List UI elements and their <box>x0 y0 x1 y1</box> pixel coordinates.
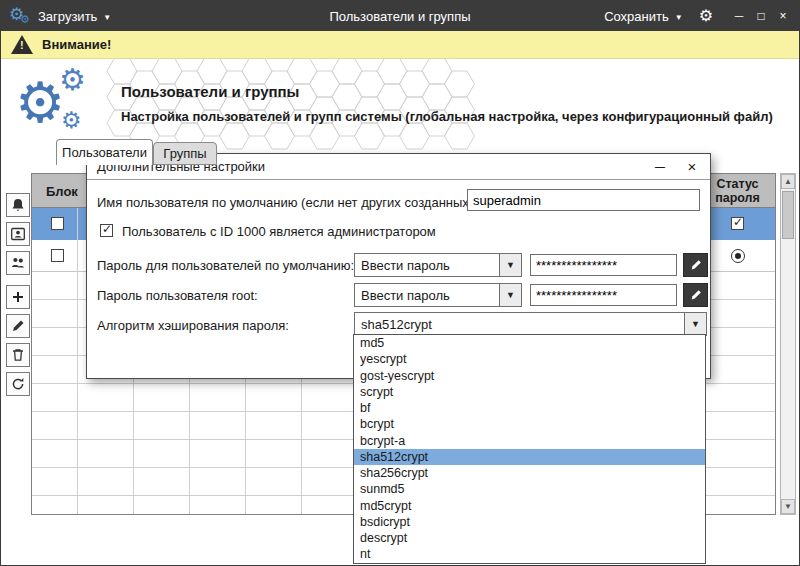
users-group-icon <box>10 255 26 271</box>
hash-option[interactable]: yescrypt <box>354 351 705 367</box>
block-checkbox[interactable] <box>51 217 64 230</box>
edit-default-password-button[interactable] <box>683 253 708 277</box>
dialog-minimize-button[interactable]: ─ <box>646 155 674 178</box>
window-controls: ─ □ × <box>729 6 793 26</box>
app-logo-gears-icon: ⚙ ⚙ ⚙ <box>15 67 97 149</box>
hash-algorithm-label: Алгоритм хэширования пароля: <box>97 318 289 333</box>
chevron-down-icon: ▼ <box>499 254 521 276</box>
plus-icon <box>10 289 26 305</box>
hash-algorithm-select[interactable]: sha512crypt ▼ <box>354 312 707 336</box>
tab-groups-label: Группы <box>163 146 206 161</box>
root-password-label: Пароль пользователя root: <box>97 288 258 303</box>
chevron-down-icon: ▼ <box>684 313 706 335</box>
hash-option[interactable]: sunmd5 <box>354 481 705 497</box>
page-subtitle: Настройка пользователей и групп системы … <box>121 109 773 124</box>
titlebar: Пользователи и группы ⚙ ⚙ Загрузить ▼ Со… <box>1 1 799 31</box>
table-scrollbar[interactable]: ▲ ▼ <box>780 173 796 515</box>
scrollbar-thumb[interactable] <box>782 191 794 239</box>
save-button[interactable]: Сохранить ▼ <box>604 9 683 24</box>
delete-user-button[interactable] <box>6 343 30 367</box>
dialog-close-button[interactable]: × <box>678 155 706 178</box>
hash-option[interactable]: bcrypt <box>354 416 705 432</box>
tab-groups[interactable]: Группы <box>153 142 217 165</box>
root-password-method-select[interactable]: Ввести пароль ▼ <box>354 283 522 307</box>
maximize-button[interactable]: □ <box>751 6 771 26</box>
add-user-button[interactable] <box>6 285 30 309</box>
root-password-input[interactable] <box>530 284 677 306</box>
tab-users[interactable]: Пользователи <box>56 139 153 165</box>
default-password-label: Пароль для пользователей по умолчанию: <box>97 258 354 273</box>
default-password-method-select[interactable]: Ввести пароль ▼ <box>354 253 522 277</box>
grid-vline <box>77 208 78 514</box>
scroll-up-button[interactable]: ▲ <box>781 174 795 189</box>
app-gears-icon: ⚙ ⚙ <box>9 5 31 27</box>
hash-option[interactable]: bsdicrypt <box>354 514 705 530</box>
user-badge-icon <box>10 226 26 242</box>
user-account-button[interactable] <box>6 222 30 246</box>
default-username-input[interactable] <box>467 189 700 211</box>
hash-option[interactable]: sha256crypt <box>354 465 705 481</box>
edit-user-button[interactable] <box>6 314 30 338</box>
app-window: Пользователи и группы ⚙ ⚙ Загрузить ▼ Со… <box>0 0 800 566</box>
hash-option[interactable]: md5crypt <box>354 498 705 514</box>
hash-option[interactable]: sha512crypt <box>354 449 705 465</box>
password-status-checkbox[interactable] <box>731 217 744 230</box>
hash-option[interactable]: nt <box>354 546 705 562</box>
pencil-icon <box>10 318 26 334</box>
bell-icon <box>10 197 26 213</box>
chevron-down-icon: ▼ <box>499 284 521 306</box>
refresh-icon <box>10 376 26 392</box>
default-password-input[interactable] <box>530 254 677 276</box>
hash-option[interactable]: gost-yescrypt <box>354 368 705 384</box>
column-header-password-status: Статус пароля <box>701 174 774 208</box>
default-username-label: Имя пользователя по умолчанию (если нет … <box>97 195 477 210</box>
pencil-icon <box>689 288 703 302</box>
admin-id1000-checkbox[interactable] <box>100 224 113 237</box>
trash-icon <box>10 347 26 363</box>
column-header-block: Блок <box>46 174 78 208</box>
load-button-label: Загрузить <box>38 9 97 24</box>
page-title: Пользователи и группы <box>121 83 299 100</box>
hash-option[interactable]: descrypt <box>354 530 705 546</box>
hash-option[interactable]: bcrypt-a <box>354 433 705 449</box>
warning-banner: Внимание! <box>1 31 799 59</box>
scroll-down-button[interactable]: ▼ <box>781 499 795 514</box>
notifications-button[interactable] <box>6 193 30 217</box>
settings-gear-icon[interactable]: ⚙ <box>699 8 713 24</box>
groups-button[interactable] <box>6 251 30 275</box>
chevron-down-icon: ▼ <box>675 13 683 22</box>
block-checkbox[interactable] <box>51 249 64 262</box>
warning-text: Внимание! <box>42 37 111 52</box>
hash-option[interactable]: md5 <box>354 335 705 351</box>
tab-users-label: Пользователи <box>62 145 147 160</box>
minimize-button[interactable]: ─ <box>729 6 749 26</box>
hash-dropdown-list: md5yescryptgost-yescryptscryptbfbcryptbc… <box>353 334 706 564</box>
edit-root-password-button[interactable] <box>683 283 708 307</box>
hash-option[interactable]: scrypt <box>354 384 705 400</box>
warning-icon <box>11 35 33 54</box>
admin-id1000-label: Пользователь с ID 1000 является админист… <box>122 224 436 239</box>
load-button[interactable]: Загрузить ▼ <box>38 9 111 24</box>
hex-pattern <box>106 57 476 153</box>
close-button[interactable]: × <box>773 6 793 26</box>
pencil-icon <box>689 258 703 272</box>
password-status-radio[interactable] <box>731 249 745 263</box>
save-button-label: Сохранить <box>604 9 669 24</box>
hash-option[interactable]: bf <box>354 400 705 416</box>
chevron-down-icon: ▼ <box>103 13 111 22</box>
refresh-button[interactable] <box>6 372 30 396</box>
